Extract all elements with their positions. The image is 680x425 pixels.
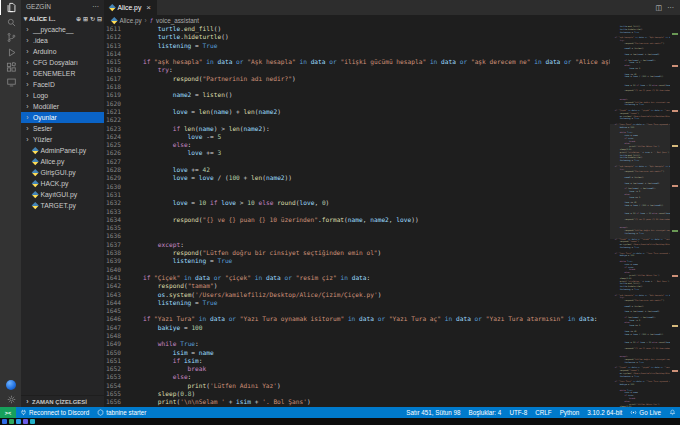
tree-item-y-zler[interactable]: ›Yüzler bbox=[21, 134, 104, 145]
tree-item-logo[interactable]: ›Logo bbox=[21, 90, 104, 101]
tree-item-label: KayıtGUI.py bbox=[41, 191, 78, 198]
minimap-slider[interactable] bbox=[610, 124, 670, 239]
line-number: 1618 bbox=[104, 83, 128, 91]
explorer-section-header[interactable]: ▾ ALİCE İ... ⊕⊞↻⊟ bbox=[21, 13, 104, 24]
status-3-10-2-64-bit[interactable]: 3.10.2 64-bit bbox=[583, 407, 626, 418]
line-number: 1651 bbox=[104, 357, 128, 365]
code-line: 1648 bbox=[104, 332, 610, 340]
tree-item-mod-ller[interactable]: ›Modüller bbox=[21, 101, 104, 112]
status-tabnine-starter[interactable]: tabnine starter bbox=[93, 407, 150, 418]
tree-item-label: HACK.py bbox=[41, 180, 69, 187]
line-number: 1635 bbox=[104, 224, 128, 232]
explorer-icon[interactable] bbox=[0, 0, 21, 15]
tree-item-denemeler[interactable]: ›DENEMELER bbox=[21, 68, 104, 79]
breadcrumb-file[interactable]: Alice.py bbox=[120, 17, 142, 24]
tree-item-label: AdminPanel.py bbox=[41, 147, 87, 154]
tree-item-pycache[interactable]: ›__pycache__ bbox=[21, 24, 104, 35]
remote-explorer-icon[interactable] bbox=[0, 75, 21, 90]
close-icon[interactable]: × bbox=[146, 4, 151, 12]
status-label: Reconnect to Discord bbox=[29, 409, 89, 416]
status-bell-icon[interactable] bbox=[665, 407, 680, 418]
sidebar-title-row: GEZGİN ⋯ bbox=[21, 0, 104, 13]
timeline-section-header[interactable]: › ZAMAN ÇİZELGESİ bbox=[21, 395, 104, 407]
search-icon[interactable] bbox=[0, 15, 21, 30]
tree-item-idea[interactable]: ›.idea bbox=[21, 35, 104, 46]
line-text: respond("tamam") bbox=[128, 282, 217, 290]
minimap[interactable]: turtle.end_fill() turtle.hideturtle() li… bbox=[610, 25, 670, 407]
chevron-right-icon: › bbox=[25, 59, 30, 66]
chevron-right-icon: › bbox=[25, 114, 30, 121]
status-crlf[interactable]: CRLF bbox=[531, 407, 555, 418]
code-line: 1616 try: bbox=[104, 66, 610, 74]
line-text: listening = True bbox=[128, 42, 217, 50]
run-debug-icon[interactable] bbox=[0, 45, 21, 60]
line-number: 1615 bbox=[104, 58, 128, 66]
status-sat-r-451-s-tun-98[interactable]: Satır 451, Sütun 98 bbox=[402, 407, 464, 418]
dock-app-1[interactable] bbox=[2, 419, 7, 424]
ruler-mark bbox=[672, 230, 678, 232]
line-number: 1642 bbox=[104, 282, 128, 290]
extensions-icon[interactable] bbox=[0, 60, 21, 75]
tabnine-icon bbox=[97, 409, 104, 416]
status-reconnect-to-discord[interactable]: Reconnect to Discord bbox=[16, 407, 93, 418]
tree-item-label: __pycache__ bbox=[33, 26, 73, 33]
code-line: 1635 bbox=[104, 224, 610, 232]
status-bo-luklar-4[interactable]: Boşluklar: 4 bbox=[464, 407, 505, 418]
status-utf-8[interactable]: UTF-8 bbox=[505, 407, 531, 418]
status-label: tabnine starter bbox=[106, 409, 146, 416]
code-editor[interactable]: 1611 turtle.end_fill()1612 turtle.hidetu… bbox=[104, 25, 610, 407]
overview-ruler[interactable] bbox=[670, 25, 680, 407]
tree-item-kay-tgui-py[interactable]: KayıtGUI.py bbox=[21, 189, 104, 200]
line-number: 1614 bbox=[104, 50, 128, 58]
tree-item-faceid[interactable]: ›FaceID bbox=[21, 79, 104, 90]
more-actions-icon[interactable]: ⋯ bbox=[667, 4, 674, 12]
tree-item-sesler[interactable]: ›Sesler bbox=[21, 123, 104, 134]
code-line: 1621 love = len(name) + len(name2) bbox=[104, 108, 610, 116]
settings-gear-icon[interactable] bbox=[0, 392, 21, 407]
tree-item-giri-gui-py[interactable]: GirişGUI.py bbox=[21, 167, 104, 178]
line-number: 1653 bbox=[104, 373, 128, 381]
tree-item-alice-py[interactable]: Alice.py bbox=[21, 156, 104, 167]
code-line: 1636 bbox=[104, 232, 610, 240]
line-number: 1613 bbox=[104, 42, 128, 50]
code-line: 1651 if isim: bbox=[104, 357, 610, 365]
collapse-all-icon[interactable]: ⊟ bbox=[97, 15, 102, 22]
remote-indicator[interactable]: >< bbox=[0, 407, 16, 418]
refresh-icon[interactable]: ↻ bbox=[90, 15, 95, 22]
views-more-actions-icon[interactable]: ⋯ bbox=[92, 3, 99, 11]
tree-item-cfg-dosyalar[interactable]: ›CFG Dosyaları bbox=[21, 57, 104, 68]
tree-item-target-py[interactable]: TARGET.py bbox=[21, 200, 104, 211]
status-go-live[interactable]: Go Live bbox=[626, 407, 665, 418]
line-number: 1629 bbox=[104, 174, 128, 182]
tree-item-arduino[interactable]: ›Arduino bbox=[21, 46, 104, 57]
tab-alice-py[interactable]: Alice.py × bbox=[104, 0, 157, 15]
line-text: except: bbox=[128, 241, 184, 249]
chevron-right-icon: › bbox=[25, 398, 30, 405]
breadcrumb-symbol[interactable]: voice_assistant bbox=[156, 17, 199, 24]
new-file-icon[interactable]: ⊕ bbox=[76, 15, 81, 22]
account-icon[interactable] bbox=[0, 377, 21, 392]
tree-item-hack-py[interactable]: HACK.py bbox=[21, 178, 104, 189]
minimap-line: respond("Partnerinin adı nedir?") bbox=[610, 299, 670, 302]
dock-app-3[interactable] bbox=[16, 419, 21, 424]
dock-app-2[interactable] bbox=[9, 419, 14, 424]
line-number: 1645 bbox=[104, 307, 128, 315]
new-folder-icon[interactable]: ⊞ bbox=[83, 15, 88, 22]
tree-item-oyunlar[interactable]: ›Oyunlar bbox=[21, 112, 104, 123]
code-line: 1646 if "Yazı Tura" in data or "Yazı Tur… bbox=[104, 315, 610, 323]
chevron-right-icon: › bbox=[25, 103, 30, 110]
dock-app-4[interactable] bbox=[23, 419, 28, 424]
line-number: 1630 bbox=[104, 183, 128, 191]
code-line: 1654 print('Lütfen Adını Yaz') bbox=[104, 382, 610, 390]
source-control-icon[interactable] bbox=[0, 30, 21, 45]
line-text: love += 3 bbox=[128, 149, 221, 157]
tree-item-label: TARGET.py bbox=[41, 202, 76, 209]
code-line: 1619 name2 = listen() bbox=[104, 91, 610, 99]
dock-app-5[interactable] bbox=[30, 419, 35, 424]
line-number: 1612 bbox=[104, 33, 128, 41]
tree-item-adminpanel-py[interactable]: AdminPanel.py bbox=[21, 145, 104, 156]
line-text: love = love / (100 + len(name2)) bbox=[128, 174, 292, 182]
split-editor-icon[interactable]: ◫ bbox=[655, 4, 662, 12]
status-python[interactable]: Python bbox=[556, 407, 584, 418]
line-number: 1643 bbox=[104, 291, 128, 299]
